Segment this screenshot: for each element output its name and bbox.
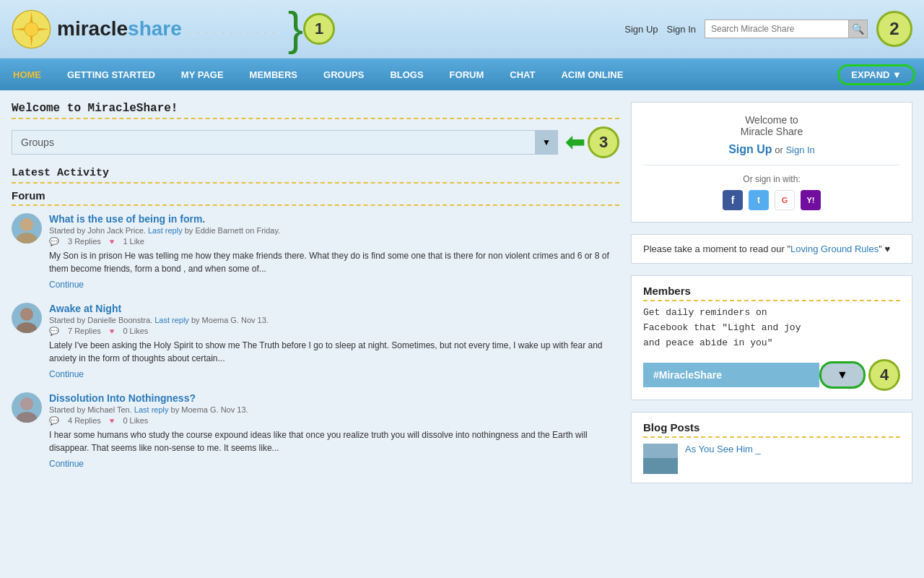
svg-rect-17 <box>643 458 678 474</box>
search-input[interactable] <box>705 20 849 38</box>
nav-groups[interactable]: GROUPS <box>310 59 377 90</box>
guide-3-area: ⬅ 3 <box>565 126 619 158</box>
nav-acim-online[interactable]: ACIM ONLINE <box>548 59 636 90</box>
logo-share-text: share <box>128 17 182 40</box>
expand-area: EXPAND ▼ <box>837 64 915 85</box>
svg-point-15 <box>17 412 37 423</box>
nav-my-page[interactable]: MY PAGE <box>168 59 237 90</box>
logo-area: miracleshare · · · · · · · · · · · } 1 <box>12 6 335 52</box>
logo-brand[interactable]: miracleshare · · · · · · · · · · · <box>57 17 276 40</box>
nav-getting-started[interactable]: GETTING STARTED <box>54 59 168 90</box>
post-content-3: Dissolution Into Nothingness? Started by… <box>49 392 619 469</box>
nav-members[interactable]: MEMBERS <box>237 59 310 90</box>
post-title-3[interactable]: Dissolution Into Nothingness? <box>49 392 196 404</box>
nav-chat[interactable]: CHAT <box>497 59 548 90</box>
groups-dropdown-arrow[interactable]: ▼ <box>535 130 558 155</box>
post-excerpt-1: My Son is in prison He was telling me ho… <box>49 249 619 275</box>
groups-select[interactable]: Groups <box>12 130 558 155</box>
chat-icon-2: 💬 <box>49 327 59 336</box>
post-continue-2[interactable]: Continue <box>49 369 84 379</box>
latest-activity-title: Latest Activity <box>12 167 619 184</box>
logo-star-icon <box>12 9 51 49</box>
post-content-1: What is the use of being in form. Starte… <box>49 213 619 290</box>
post-continue-1[interactable]: Continue <box>49 280 84 290</box>
welcome-box-signup-row: Sign Up or Sign In <box>643 143 900 156</box>
post-stats-2: 💬 7 Replies ♥ 0 Likes <box>49 327 619 336</box>
welcome-sign-in-link[interactable]: Sign In <box>785 144 814 155</box>
welcome-sign-up-link[interactable]: Sign Up <box>728 143 772 155</box>
welcome-box: Welcome toMiracle Share Sign Up or Sign … <box>631 102 912 223</box>
svg-point-9 <box>25 22 38 35</box>
hashtag-dropdown-button[interactable]: ▼ <box>819 361 866 389</box>
twitter-icon[interactable]: t <box>749 190 769 210</box>
header-right: Sign Up Sign In 🔍 2 <box>624 11 912 47</box>
hashtag-bar: #MiracleShare ▼ 4 <box>643 359 900 391</box>
forum-post-1: What is the use of being in form. Starte… <box>12 213 619 290</box>
post-excerpt-3: I hear some humans who study the course … <box>49 428 619 454</box>
post-title-1[interactable]: What is the use of being in form. <box>49 213 205 225</box>
members-text: Get daily reminders onFacebook that "Lig… <box>643 306 900 350</box>
hashtag-dropdown-area: ▼ 4 <box>819 359 900 391</box>
expand-button[interactable]: EXPAND ▼ <box>837 64 915 85</box>
loving-ground-suffix: " ♥ <box>879 243 890 254</box>
nav-blogs[interactable]: BLOGS <box>377 59 436 90</box>
left-arrow-icon: ⬅ <box>565 131 585 154</box>
header: miracleshare · · · · · · · · · · · } 1 S… <box>0 0 924 59</box>
divider <box>643 165 900 165</box>
chat-icon-3: 💬 <box>49 416 59 426</box>
svg-point-13 <box>17 322 37 333</box>
google-icon[interactable]: G <box>775 190 795 210</box>
guide-number-2: 2 <box>876 11 912 47</box>
heart-icon-2: ♥ <box>110 327 115 336</box>
guide-number-4: 4 <box>868 359 900 391</box>
post-content-2: Awake at Night Started by Danielle Boons… <box>49 303 619 379</box>
yahoo-icon[interactable]: Y! <box>801 190 821 210</box>
chat-icon-1: 💬 <box>49 237 59 246</box>
blog-post-link-1[interactable]: As You See Him _ <box>685 444 761 454</box>
guide-number-1: 1 <box>303 13 335 45</box>
welcome-box-title: Welcome toMiracle Share <box>643 114 900 137</box>
right-column: Welcome toMiracle Share Sign Up or Sign … <box>631 102 912 495</box>
blog-section: Blog Posts As You See Him _ <box>631 412 912 483</box>
heart-icon-1: ♥ <box>110 237 115 246</box>
post-stats-1: 💬 3 Replies ♥ 1 Like <box>49 237 619 246</box>
blog-thumb-1 <box>643 444 678 474</box>
forum-post-2: Awake at Night Started by Danielle Boons… <box>12 303 619 379</box>
post-continue-3[interactable]: Continue <box>49 459 84 469</box>
nav-forum[interactable]: FORUM <box>437 59 497 90</box>
heart-icon-3: ♥ <box>110 416 115 426</box>
guide-brace-1: } 1 <box>288 6 335 52</box>
groups-row: Groups ▼ ⬅ 3 <box>12 126 619 158</box>
post-avatar-2 <box>12 303 42 333</box>
hashtag-input[interactable]: #MiracleShare <box>643 363 819 387</box>
post-excerpt-2: Lately I've been asking the Holy Spirit … <box>49 339 619 365</box>
sign-in-header-link[interactable]: Sign In <box>667 24 696 35</box>
sign-in-with-label: Or sign in with: <box>643 174 900 184</box>
main-content: Welcome to MiracleShare! Groups ▼ ⬅ 3 La… <box>0 90 924 506</box>
blog-posts-title: Blog Posts <box>643 421 900 438</box>
facebook-icon[interactable]: f <box>723 190 743 210</box>
post-meta-1: Started by John Jack Price. Last reply b… <box>49 226 619 235</box>
logo-dots: · · · · · · · · · · · <box>188 29 276 37</box>
nav-home[interactable]: HOME <box>0 59 54 90</box>
post-title-2[interactable]: Awake at Night <box>49 303 121 314</box>
members-section: Members Get daily reminders onFacebook t… <box>631 275 912 400</box>
left-column: Welcome to MiracleShare! Groups ▼ ⬅ 3 La… <box>12 102 619 495</box>
social-icons: f t G Y! <box>643 190 900 210</box>
logo-miracle: miracle <box>57 17 128 40</box>
svg-point-14 <box>20 397 33 410</box>
search-button[interactable]: 🔍 <box>849 20 868 38</box>
blog-post-item-1: As You See Him _ <box>643 444 900 474</box>
post-meta-3: Started by Michael Ten. Last reply by Mo… <box>49 405 619 414</box>
post-meta-2: Started by Danielle Boonstra. Last reply… <box>49 316 619 324</box>
loving-ground-rules-link[interactable]: Loving Ground Rules <box>790 243 879 254</box>
loving-ground-text: Please take a moment to read our " <box>643 243 790 254</box>
search-form: 🔍 <box>705 20 868 38</box>
welcome-title: Welcome to MiracleShare! <box>12 102 619 119</box>
sign-up-header-link[interactable]: Sign Up <box>624 24 658 35</box>
post-stats-3: 💬 4 Replies ♥ 0 Likes <box>49 416 619 426</box>
members-title: Members <box>643 285 900 301</box>
loving-ground-box: Please take a moment to read our "Loving… <box>631 234 912 264</box>
guide-number-3: 3 <box>588 126 619 158</box>
brace-icon: } <box>288 6 303 52</box>
